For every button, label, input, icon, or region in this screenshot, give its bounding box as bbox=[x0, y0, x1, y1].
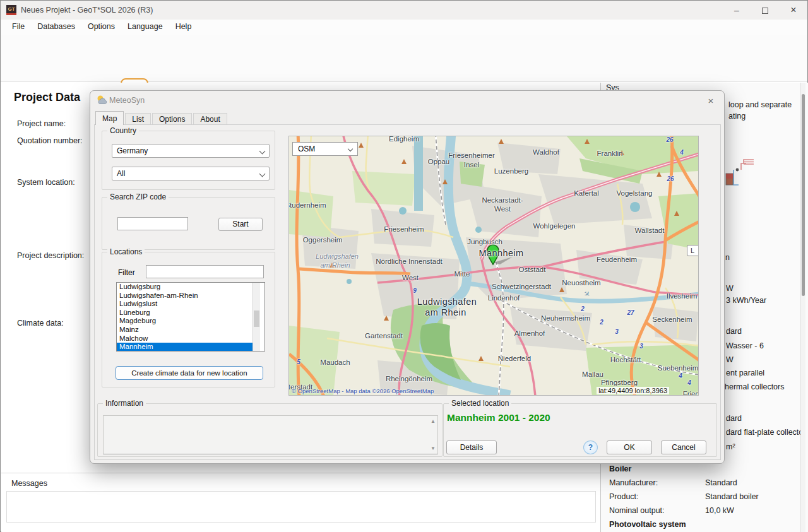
boiler-row-label: Product: bbox=[609, 492, 639, 501]
maximize-button[interactable] bbox=[751, 1, 779, 20]
map-label: am Rhein bbox=[425, 307, 466, 317]
map-label: Feudenheim bbox=[597, 256, 637, 263]
map-label: am Rhein bbox=[320, 261, 350, 269]
selected-location-group: Selected location Mannheim 2001 - 2020 D… bbox=[443, 403, 717, 457]
details-button[interactable]: Details bbox=[446, 440, 497, 454]
map-label: Ludwigshafen bbox=[316, 252, 359, 260]
menu-language[interactable]: Language bbox=[121, 20, 169, 35]
menu-file[interactable]: File bbox=[6, 20, 31, 35]
location-item[interactable]: Magdeburg bbox=[117, 317, 256, 326]
location-item[interactable]: Ludwigsburg bbox=[117, 283, 256, 292]
map-label: Wallstadt bbox=[635, 227, 665, 234]
map-label: Studernheim bbox=[288, 201, 326, 209]
country-group-label: Country bbox=[107, 126, 139, 135]
dialog-titlebar[interactable]: MeteoSyn × bbox=[90, 91, 724, 110]
selected-location-value: Mannheim 2001 - 2020 bbox=[447, 412, 550, 423]
dialog-tabs: Map List Options About bbox=[95, 111, 229, 125]
menu-databases[interactable]: Databases bbox=[31, 20, 81, 35]
map-label: Hochstätt bbox=[610, 356, 641, 364]
route-number: 9 bbox=[413, 287, 417, 294]
country-select[interactable]: Germany bbox=[112, 144, 270, 158]
help-button[interactable]: ? bbox=[583, 440, 598, 454]
menu-options[interactable]: Options bbox=[81, 20, 121, 35]
toolbar: €$ bbox=[1, 35, 807, 82]
scroll-down-icon[interactable]: ▼ bbox=[431, 446, 436, 451]
location-item[interactable]: Malchow bbox=[117, 334, 256, 343]
menu-help[interactable]: Help bbox=[169, 20, 198, 35]
truncated-text-fragment: W bbox=[726, 355, 734, 364]
airport-icon: ✈ bbox=[581, 288, 592, 299]
map-partial-button[interactable]: L bbox=[687, 245, 699, 256]
zip-search-group: Search ZIP code Start bbox=[102, 197, 275, 250]
project-description-label: Project description: bbox=[17, 251, 84, 260]
location-item[interactable]: Lüneburg bbox=[117, 309, 256, 317]
map-label: Niederfeld bbox=[498, 355, 531, 362]
route-number: 3 bbox=[615, 328, 619, 335]
map-label: Ilvesheim bbox=[667, 292, 698, 300]
climate-data-label: Climate data: bbox=[17, 319, 64, 328]
map-label: Wohlgelegen bbox=[533, 222, 576, 230]
tab-list[interactable]: List bbox=[125, 113, 151, 125]
route-number: 2 bbox=[600, 319, 603, 326]
filter-label: Filter bbox=[118, 268, 135, 277]
map-view[interactable]: EdigheimOppauFriesenheimerInselWaldhofFr… bbox=[288, 136, 699, 396]
photovoltaic-heading: Photovoltaic system bbox=[609, 520, 686, 529]
region-select[interactable]: All bbox=[112, 167, 270, 180]
filter-input[interactable] bbox=[146, 265, 264, 278]
tab-about[interactable]: About bbox=[193, 113, 227, 125]
boiler-row-label: Manufacturer: bbox=[609, 478, 658, 487]
route-number: 4 bbox=[680, 149, 684, 156]
map-label: Mannheim bbox=[479, 248, 524, 258]
route-number: 5 bbox=[297, 358, 300, 365]
boiler-row-value: Standard boiler bbox=[705, 492, 759, 501]
chevron-down-icon bbox=[259, 148, 266, 155]
scroll-up-icon[interactable]: ▲ bbox=[431, 418, 436, 424]
tab-options[interactable]: Options bbox=[152, 113, 192, 125]
map-layer-select[interactable]: OSM bbox=[292, 142, 358, 156]
map-coordinates: lat:49,4409 lon:8,3963 bbox=[597, 387, 669, 394]
region-value: All bbox=[117, 169, 125, 178]
minimize-button[interactable]: – bbox=[723, 1, 751, 20]
boiler-row-value: 10,0 kW bbox=[705, 506, 734, 515]
menubar: FileDatabasesOptionsLanguageHelp bbox=[1, 20, 807, 35]
messages-label: Messages bbox=[11, 479, 47, 488]
close-button[interactable]: × bbox=[780, 1, 807, 20]
route-number: 27 bbox=[627, 309, 634, 316]
information-textarea[interactable]: ▲ ▼ bbox=[103, 415, 438, 454]
start-button[interactable]: Start bbox=[218, 218, 263, 231]
map-label: Mitte bbox=[454, 270, 470, 278]
system-schematic-thumbnail bbox=[725, 157, 755, 194]
dialog-close-icon[interactable]: × bbox=[704, 94, 718, 108]
route-number: 4 bbox=[687, 379, 691, 386]
create-climate-data-button[interactable]: Create climate data for new location bbox=[116, 366, 263, 380]
boiler-row-value: Standard bbox=[705, 478, 737, 487]
cancel-button[interactable]: Cancel bbox=[661, 440, 706, 454]
right-panel-scrollbar[interactable] bbox=[800, 83, 805, 532]
location-item[interactable]: Mannheim bbox=[117, 343, 256, 352]
scrollbar-thumb[interactable] bbox=[254, 310, 259, 327]
map-label: Edigheim bbox=[389, 136, 419, 143]
scrollbar-thumb[interactable] bbox=[802, 94, 805, 296]
location-item[interactable]: Ludwigslust bbox=[117, 300, 256, 309]
zip-input[interactable] bbox=[117, 217, 188, 230]
tab-map[interactable]: Map bbox=[95, 111, 124, 125]
dialog-title: MeteoSyn bbox=[109, 96, 145, 105]
locations-group: Locations Filter LudwigsburgLudwigshafen… bbox=[102, 252, 275, 387]
boiler-row-label: Nominal output: bbox=[609, 506, 665, 515]
map-label: Waldhof bbox=[533, 148, 559, 156]
map-label: Nördliche Innenstadt bbox=[376, 257, 442, 265]
map-attribution: © OpenStreetMap - Map data ©2026 OpenStr… bbox=[292, 387, 434, 394]
truncated-text-fragment: 3 kWh/Year bbox=[726, 296, 766, 305]
location-item[interactable]: Mainz bbox=[117, 326, 256, 334]
truncated-text-fragment: loop and separate bbox=[728, 100, 792, 109]
map-layer-value: OSM bbox=[298, 145, 315, 153]
locations-scrollbar[interactable] bbox=[252, 283, 260, 351]
messages-box bbox=[6, 491, 596, 523]
truncated-text-fragment: Sys bbox=[606, 83, 619, 90]
truncated-text-fragment: ating bbox=[728, 112, 746, 121]
ok-button[interactable]: OK bbox=[607, 440, 652, 454]
map-label: Neuhermsheim bbox=[541, 314, 590, 322]
location-item[interactable]: Ludwigshafen-am-Rhein bbox=[117, 292, 256, 300]
locations-list[interactable]: LudwigsburgLudwigshafen-am-RheinLudwigsl… bbox=[116, 282, 265, 352]
messages-panel: Messages bbox=[1, 473, 600, 532]
